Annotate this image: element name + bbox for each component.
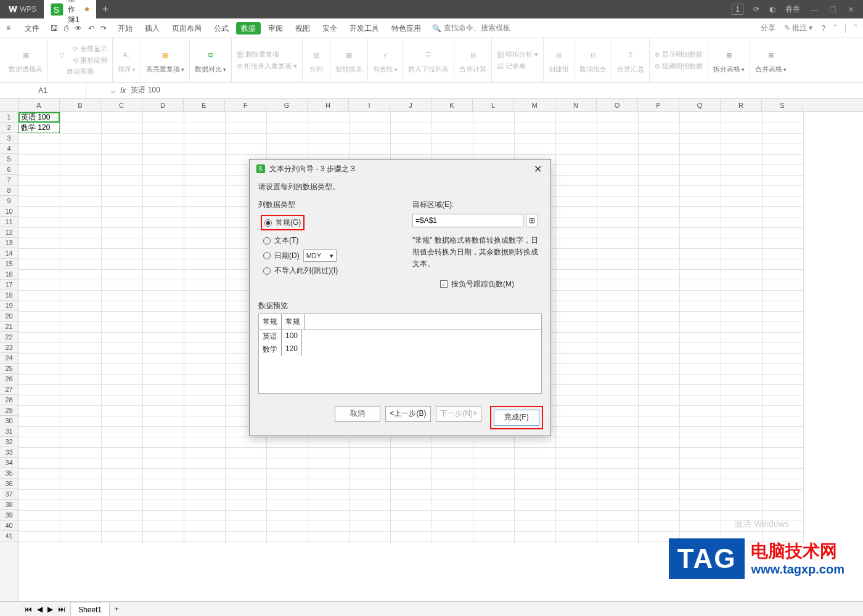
col-header-q[interactable]: Q (679, 99, 721, 112)
tab-start[interactable]: 开始 (113, 18, 137, 38)
row-header-27[interactable]: 27 (0, 384, 18, 395)
autofilter-button[interactable]: ▽⟳ 全部显示⟲ 重新应用 自动筛选 (48, 38, 113, 83)
row-header-41[interactable]: 41 (0, 531, 18, 541)
col-header-o[interactable]: O (597, 99, 638, 112)
radio-general[interactable] (264, 219, 272, 227)
tab-view[interactable]: 视图 (290, 18, 315, 38)
row-header-2[interactable]: 2 (0, 123, 18, 133)
row-header-12[interactable]: 12 (0, 227, 18, 238)
pivot-button[interactable]: ▦数据透视表 (4, 38, 48, 83)
sort-button[interactable]: A↓排序 (113, 38, 141, 83)
ungroup-button[interactable]: ⊟取消组合 (575, 38, 612, 83)
row-header-5[interactable]: 5 (0, 154, 18, 164)
row-header-3[interactable]: 3 (0, 133, 18, 144)
tab-special[interactable]: 特色应用 (387, 18, 426, 38)
row-header-16[interactable]: 16 (0, 269, 18, 280)
col-header-p[interactable]: P (638, 99, 679, 112)
ribbon-pin-icon[interactable]: ˆ (854, 24, 857, 33)
prev-sheet-icon[interactable]: ◀ (37, 605, 43, 614)
radio-skip[interactable] (263, 267, 271, 275)
file-menu[interactable]: 文件 (20, 18, 44, 38)
row-header-7[interactable]: 7 (0, 175, 18, 185)
col-header-g[interactable]: G (266, 99, 308, 112)
comment-button[interactable]: ✎ 批注 ▾ (784, 23, 813, 33)
validity-button[interactable]: ✓有效性 (368, 38, 403, 83)
cell-a2[interactable]: 数学 120 (18, 123, 52, 133)
target-range-input[interactable] (412, 214, 523, 227)
group-button[interactable]: ⊞创建组 (544, 38, 575, 83)
row-header-37[interactable]: 37 (0, 489, 18, 500)
col-header-c[interactable]: C (101, 99, 142, 112)
row-header-35[interactable]: 35 (0, 468, 18, 479)
share-button[interactable]: 分享 (761, 23, 775, 33)
preview-icon[interactable]: 👁 (75, 24, 82, 33)
subtotal-button[interactable]: Σ分类汇总 (612, 38, 650, 83)
row-header-40[interactable]: 40 (0, 521, 18, 531)
date-format-select[interactable]: MDY▾ (303, 249, 337, 262)
tab-layout[interactable]: 页面布局 (167, 18, 207, 38)
row-header-4[interactable]: 4 (0, 144, 18, 154)
form-button[interactable]: ▤ 记录单 (497, 62, 526, 71)
smartfill-button[interactable]: ▦智能填充 (330, 38, 368, 83)
col-header-j[interactable]: J (390, 99, 432, 112)
data-compare-button[interactable]: ⧉数据对比 (190, 38, 232, 83)
workbook-tab[interactable]: S 工作簿1 (44, 0, 96, 18)
tab-formula[interactable]: 公式 (209, 18, 234, 38)
cell-a1[interactable]: 英语 100 (18, 112, 52, 123)
close-button[interactable]: ✕ (848, 5, 854, 14)
row-header-20[interactable]: 20 (0, 311, 18, 322)
range-picker-button[interactable]: ⊞ (526, 214, 538, 227)
row-header-25[interactable]: 25 (0, 363, 18, 374)
whatif-button[interactable]: ▦ 模拟分析 ▾ (497, 50, 538, 59)
undo-icon[interactable]: ↶ (88, 24, 94, 33)
fx-dropdown-icon[interactable]: ⌵ (111, 86, 115, 95)
first-sheet-icon[interactable]: ⏮ (25, 605, 32, 614)
user-avatar-icon[interactable]: ◐ (769, 5, 775, 14)
row-header-31[interactable]: 31 (0, 426, 18, 437)
row-header-39[interactable]: 39 (0, 510, 18, 521)
hamburger-icon[interactable]: ≡ (6, 24, 17, 33)
negative-checkbox[interactable]: ✓ (440, 280, 448, 288)
col-header-m[interactable]: M (514, 99, 555, 112)
row-header-17[interactable]: 17 (0, 280, 18, 290)
formula-text[interactable]: 英语 100 (131, 85, 160, 95)
col-header-d[interactable]: D (142, 99, 184, 112)
row-header-33[interactable]: 33 (0, 447, 18, 458)
row-header-14[interactable]: 14 (0, 248, 18, 259)
fx-icon[interactable]: fx (120, 86, 126, 95)
row-header-18[interactable]: 18 (0, 290, 18, 301)
row-header-19[interactable]: 19 (0, 301, 18, 311)
row-header-29[interactable]: 29 (0, 405, 18, 416)
minimize-button[interactable]: — (810, 5, 818, 14)
col-header-n[interactable]: N (555, 99, 597, 112)
user-name[interactable]: 香香 (785, 4, 800, 15)
split-table-button[interactable]: ⊞拆分表格 (708, 38, 750, 83)
dropdown-button[interactable]: ☰插入下拉列表 (403, 38, 454, 83)
row-header-22[interactable]: 22 (0, 332, 18, 342)
maximize-button[interactable]: ☐ (829, 5, 836, 14)
col-header-s[interactable]: S (762, 99, 803, 112)
col-header-a[interactable]: A (18, 99, 60, 112)
text-to-columns-button[interactable]: ▥分列 (303, 38, 330, 83)
badge-count[interactable]: 1 (732, 4, 743, 15)
add-sheet-button[interactable]: + (115, 605, 119, 614)
row-header-13[interactable]: 13 (0, 238, 18, 248)
row-header-21[interactable]: 21 (0, 322, 18, 332)
row-header-9[interactable]: 9 (0, 196, 18, 206)
row-header-6[interactable]: 6 (0, 164, 18, 175)
ribbon-collapse-icon[interactable]: ˇ (834, 24, 836, 33)
row-header-23[interactable]: 23 (0, 342, 18, 353)
row-header-32[interactable]: 32 (0, 437, 18, 447)
row-header-15[interactable]: 15 (0, 259, 18, 269)
show-detail-button[interactable]: ⊕ 显示明细数据 (655, 50, 703, 59)
save-icon[interactable]: 🖫 (51, 24, 58, 33)
col-header-f[interactable]: F (225, 99, 266, 112)
col-header-h[interactable]: H (308, 99, 349, 112)
row-header-30[interactable]: 30 (0, 416, 18, 426)
remove-dup-button[interactable]: ▦ 删除重复项 (237, 50, 279, 59)
tab-data[interactable]: 数据 (236, 22, 261, 34)
radio-date[interactable] (263, 252, 271, 259)
col-header-r[interactable]: R (721, 99, 762, 112)
cancel-button[interactable]: 取消 (335, 406, 380, 422)
dialog-titlebar[interactable]: S 文本分列向导 - 3 步骤之 3 ✕ (250, 160, 550, 178)
